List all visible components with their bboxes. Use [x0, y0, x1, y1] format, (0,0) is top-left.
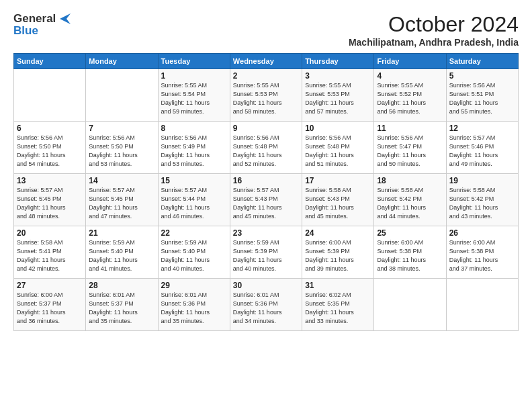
- cell-info: Sunrise: 5:57 AM Sunset: 5:46 PM Dayligh…: [449, 134, 515, 169]
- calendar-cell: 18Sunrise: 5:58 AM Sunset: 5:42 PM Dayli…: [374, 174, 446, 226]
- logo-blue: Blue: [13, 24, 38, 38]
- cell-info: Sunrise: 5:56 AM Sunset: 5:50 PM Dayligh…: [17, 134, 83, 169]
- day-number: 11: [377, 124, 443, 133]
- day-number: 20: [17, 228, 83, 238]
- svg-marker-0: [60, 13, 71, 24]
- day-number: 22: [161, 228, 227, 238]
- cell-info: Sunrise: 6:01 AM Sunset: 5:36 PM Dayligh…: [161, 291, 227, 326]
- cell-info: Sunrise: 5:58 AM Sunset: 5:43 PM Dayligh…: [305, 186, 371, 221]
- calendar-cell: 27Sunrise: 6:00 AM Sunset: 5:37 PM Dayli…: [14, 279, 86, 331]
- week-row-2: 6Sunrise: 5:56 AM Sunset: 5:50 PM Daylig…: [14, 122, 519, 174]
- cell-info: Sunrise: 5:58 AM Sunset: 5:41 PM Dayligh…: [17, 238, 83, 273]
- cell-info: Sunrise: 5:58 AM Sunset: 5:42 PM Dayligh…: [377, 186, 443, 221]
- day-number: 21: [89, 228, 154, 238]
- cell-info: Sunrise: 5:56 AM Sunset: 5:48 PM Dayligh…: [233, 134, 299, 169]
- header-day-tuesday: Tuesday: [158, 54, 230, 69]
- calendar-cell: 1Sunrise: 5:55 AM Sunset: 5:54 PM Daylig…: [158, 69, 230, 122]
- header-day-monday: Monday: [86, 54, 158, 69]
- day-number: 19: [449, 176, 515, 185]
- calendar-cell: 5Sunrise: 5:56 AM Sunset: 5:51 PM Daylig…: [446, 69, 518, 122]
- page: General Blue October 2024 Machilipatnam,…: [0, 0, 532, 411]
- week-row-3: 13Sunrise: 5:57 AM Sunset: 5:45 PM Dayli…: [14, 174, 519, 226]
- calendar-cell: [86, 69, 158, 122]
- day-number: 3: [305, 71, 371, 81]
- cell-info: Sunrise: 6:01 AM Sunset: 5:36 PM Dayligh…: [233, 291, 299, 326]
- day-number: 26: [449, 228, 515, 238]
- day-number: 1: [161, 71, 227, 81]
- day-number: 14: [89, 176, 154, 185]
- day-number: 12: [449, 124, 515, 133]
- calendar-cell: 10Sunrise: 5:56 AM Sunset: 5:48 PM Dayli…: [302, 122, 374, 174]
- cell-info: Sunrise: 5:57 AM Sunset: 5:45 PM Dayligh…: [89, 186, 154, 221]
- calendar-cell: 24Sunrise: 6:00 AM Sunset: 5:39 PM Dayli…: [302, 226, 374, 279]
- day-number: 4: [377, 71, 443, 81]
- calendar-cell: 23Sunrise: 5:59 AM Sunset: 5:39 PM Dayli…: [230, 226, 302, 279]
- calendar-table: SundayMondayTuesdayWednesdayThursdayFrid…: [13, 53, 519, 331]
- header-day-saturday: Saturday: [446, 54, 518, 69]
- calendar-cell: 20Sunrise: 5:58 AM Sunset: 5:41 PM Dayli…: [14, 226, 86, 279]
- week-row-5: 27Sunrise: 6:00 AM Sunset: 5:37 PM Dayli…: [14, 279, 519, 331]
- calendar-cell: [446, 279, 518, 331]
- day-number: 8: [161, 124, 227, 133]
- cell-info: Sunrise: 6:00 AM Sunset: 5:38 PM Dayligh…: [449, 238, 515, 273]
- cell-info: Sunrise: 6:02 AM Sunset: 5:35 PM Dayligh…: [305, 291, 371, 326]
- calendar-cell: 2Sunrise: 5:55 AM Sunset: 5:53 PM Daylig…: [230, 69, 302, 122]
- cell-info: Sunrise: 5:56 AM Sunset: 5:50 PM Dayligh…: [89, 134, 154, 169]
- location: Machilipatnam, Andhra Pradesh, India: [349, 37, 519, 48]
- header-row: SundayMondayTuesdayWednesdayThursdayFrid…: [14, 54, 519, 69]
- day-number: 5: [449, 71, 515, 81]
- day-number: 13: [17, 176, 83, 185]
- cell-info: Sunrise: 5:59 AM Sunset: 5:39 PM Dayligh…: [233, 238, 299, 273]
- cell-info: Sunrise: 5:57 AM Sunset: 5:44 PM Dayligh…: [161, 186, 227, 221]
- day-number: 30: [233, 281, 299, 290]
- header-day-sunday: Sunday: [14, 54, 86, 69]
- calendar-cell: 22Sunrise: 5:59 AM Sunset: 5:40 PM Dayli…: [158, 226, 230, 279]
- cell-info: Sunrise: 5:57 AM Sunset: 5:45 PM Dayligh…: [17, 186, 83, 221]
- day-number: 15: [161, 176, 227, 185]
- day-number: 17: [305, 176, 371, 185]
- calendar-cell: 6Sunrise: 5:56 AM Sunset: 5:50 PM Daylig…: [14, 122, 86, 174]
- day-number: 6: [17, 124, 83, 133]
- month-title: October 2024: [349, 12, 519, 37]
- calendar-cell: 29Sunrise: 6:01 AM Sunset: 5:36 PM Dayli…: [158, 279, 230, 331]
- calendar-cell: 9Sunrise: 5:56 AM Sunset: 5:48 PM Daylig…: [230, 122, 302, 174]
- logo-arrow-icon: [57, 13, 71, 24]
- day-number: 18: [377, 176, 443, 185]
- cell-info: Sunrise: 6:00 AM Sunset: 5:38 PM Dayligh…: [377, 238, 443, 273]
- day-number: 23: [233, 228, 299, 238]
- calendar-cell: 30Sunrise: 6:01 AM Sunset: 5:36 PM Dayli…: [230, 279, 302, 331]
- day-number: 10: [305, 124, 371, 133]
- header-day-wednesday: Wednesday: [230, 54, 302, 69]
- header-day-thursday: Thursday: [302, 54, 374, 69]
- calendar-cell: 11Sunrise: 5:56 AM Sunset: 5:47 PM Dayli…: [374, 122, 446, 174]
- calendar-cell: 15Sunrise: 5:57 AM Sunset: 5:44 PM Dayli…: [158, 174, 230, 226]
- calendar-cell: 12Sunrise: 5:57 AM Sunset: 5:46 PM Dayli…: [446, 122, 518, 174]
- calendar-cell: 8Sunrise: 5:56 AM Sunset: 5:49 PM Daylig…: [158, 122, 230, 174]
- calendar-cell: 25Sunrise: 6:00 AM Sunset: 5:38 PM Dayli…: [374, 226, 446, 279]
- day-number: 7: [89, 124, 154, 133]
- calendar-cell: [374, 279, 446, 331]
- day-number: 24: [305, 228, 371, 238]
- cell-info: Sunrise: 5:57 AM Sunset: 5:43 PM Dayligh…: [233, 186, 299, 221]
- title-block: October 2024 Machilipatnam, Andhra Prade…: [349, 12, 519, 48]
- day-number: 9: [233, 124, 299, 133]
- calendar-cell: 13Sunrise: 5:57 AM Sunset: 5:45 PM Dayli…: [14, 174, 86, 226]
- day-number: 25: [377, 228, 443, 238]
- day-number: 2: [233, 71, 299, 81]
- calendar-cell: 4Sunrise: 5:55 AM Sunset: 5:52 PM Daylig…: [374, 69, 446, 122]
- calendar-cell: 21Sunrise: 5:59 AM Sunset: 5:40 PM Dayli…: [86, 226, 158, 279]
- header-day-friday: Friday: [374, 54, 446, 69]
- day-number: 28: [89, 281, 154, 290]
- cell-info: Sunrise: 6:00 AM Sunset: 5:39 PM Dayligh…: [305, 238, 371, 273]
- calendar-cell: 17Sunrise: 5:58 AM Sunset: 5:43 PM Dayli…: [302, 174, 374, 226]
- header: General Blue October 2024 Machilipatnam,…: [13, 12, 519, 48]
- cell-info: Sunrise: 5:58 AM Sunset: 5:42 PM Dayligh…: [449, 186, 515, 221]
- calendar-cell: [14, 69, 86, 122]
- cell-info: Sunrise: 5:59 AM Sunset: 5:40 PM Dayligh…: [89, 238, 154, 273]
- day-number: 31: [305, 281, 371, 290]
- calendar-cell: 19Sunrise: 5:58 AM Sunset: 5:42 PM Dayli…: [446, 174, 518, 226]
- cell-info: Sunrise: 5:59 AM Sunset: 5:40 PM Dayligh…: [161, 238, 227, 273]
- cell-info: Sunrise: 5:55 AM Sunset: 5:53 PM Dayligh…: [233, 81, 299, 116]
- cell-info: Sunrise: 5:55 AM Sunset: 5:53 PM Dayligh…: [305, 81, 371, 116]
- day-number: 27: [17, 281, 83, 290]
